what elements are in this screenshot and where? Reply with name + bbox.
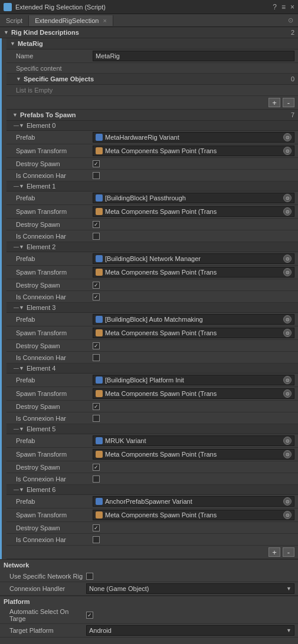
element-6-destroy-spawn-checkbox[interactable]: [93, 524, 100, 531]
prefabs-to-spawn-header[interactable]: ▼ Prefabs To Spawn 7: [6, 110, 298, 121]
element-3-spawn-circle-btn[interactable]: ⊙: [283, 329, 292, 337]
element-2-prefab-field[interactable]: [BuildingBlock] Network Manager ⊙: [93, 253, 294, 264]
element-6-spawn-transform-field[interactable]: Meta Components Spawn Point (Trans ⊙: [93, 510, 294, 520]
element-4-is-connexion-row: Is Connexion Har: [6, 412, 298, 424]
element-4-prefab-circle-btn[interactable]: ⊙: [283, 376, 292, 384]
element-0-is-connexion-row: Is Connexion Har: [6, 170, 298, 181]
element-4-spawn-transform-field[interactable]: Meta Components Spawn Point (Trans ⊙: [93, 388, 294, 399]
element-0-prefab-field[interactable]: MetaHardwareRig Variant ⊙: [93, 132, 294, 143]
element-2-spawn-circle-btn[interactable]: ⊙: [283, 268, 292, 276]
element-2-spawn-transform-icon: [96, 269, 103, 276]
prefabs-add-remove-bar: + -: [6, 546, 298, 559]
element-3-prefab-field[interactable]: [BuildingBlock] Auto Matchmaking ⊙: [93, 314, 294, 325]
prefabs-remove-button[interactable]: -: [283, 547, 294, 557]
element-6-spawn-circle-btn[interactable]: ⊙: [283, 511, 292, 519]
element-3-spawn-transform-row: Spawn Transform Meta Components Spawn Po…: [6, 326, 298, 340]
tab-script[interactable]: Script: [0, 15, 29, 26]
element-1-prefab-field[interactable]: [BuildingBlock] Passthrough ⊙: [93, 193, 294, 203]
element-5-prefab-field[interactable]: MRUK Variant ⊙: [93, 435, 294, 446]
element-5-prefab-circle-btn[interactable]: ⊙: [283, 437, 292, 445]
element-6-spawn-transform-icon: [96, 511, 103, 518]
element-4-destroy-spawn-checkbox[interactable]: [93, 403, 100, 410]
specific-game-objects-header[interactable]: ▼ Specific Game Objects 0: [6, 74, 298, 85]
element-3-spawn-transform-field[interactable]: Meta Components Spawn Point (Trans ⊙: [93, 328, 294, 338]
title-bar: Extended Rig Selection (Script) ? ≡ ×: [0, 0, 298, 14]
element-3-destroy-spawn-checkbox[interactable]: [93, 342, 100, 349]
element-0-destroy-spawn-checkbox[interactable]: [93, 160, 100, 167]
element-4-spawn-circle-btn[interactable]: ⊙: [283, 389, 292, 398]
element-4-prefab-label: Prefab: [16, 377, 93, 384]
tab-extended-rig-selection[interactable]: ExtendedRigSelection ×: [29, 15, 113, 26]
element-2: —▼Element 2 Prefab [BuildingBlock] Netwo…: [6, 242, 298, 303]
element-1-destroy-spawn-checkbox[interactable]: [93, 221, 100, 228]
prefabs-add-button[interactable]: +: [268, 547, 280, 557]
element-5-spawn-transform-field[interactable]: Meta Components Spawn Point (Trans ⊙: [93, 449, 294, 460]
name-input[interactable]: [93, 51, 294, 61]
element-4-header[interactable]: —▼Element 4: [6, 364, 298, 374]
tab-bar: Script ExtendedRigSelection × ⊙: [0, 14, 298, 27]
name-field-row: Name: [6, 49, 298, 63]
element-1-header[interactable]: —▼Element 1: [6, 181, 298, 191]
target-platform-dropdown[interactable]: Android ▼: [86, 625, 294, 636]
element-5-destroy-spawn-checkbox[interactable]: [93, 464, 100, 471]
element-6-is-connexion-label: Is Connexion Har: [16, 536, 93, 543]
tab-close-icon[interactable]: ×: [103, 17, 106, 24]
element-0-spawn-circle-btn[interactable]: ⊙: [283, 147, 292, 155]
element-2-is-connexion-checkbox[interactable]: [93, 293, 100, 300]
element-1-destroy-spawn-row: Destroy Spawn: [6, 219, 298, 230]
element-4-spawn-transform-label: Spawn Transform: [16, 390, 93, 397]
element-1-is-connexion-checkbox[interactable]: [93, 233, 100, 240]
use-specific-network-rig-checkbox[interactable]: [86, 573, 93, 580]
element-0-header[interactable]: —▼Element 0: [6, 121, 298, 131]
element-4-prefab-field[interactable]: [BuildingBlock] Platform Init ⊙: [93, 375, 294, 385]
specific-go-add-button[interactable]: +: [268, 98, 280, 107]
element-1-spawn-transform-label: Spawn Transform: [16, 208, 93, 215]
element-5-is-connexion-row: Is Connexion Har: [6, 473, 298, 485]
element-1-spawn-transform-icon: [96, 208, 103, 215]
element-1-spawn-circle-btn[interactable]: ⊙: [283, 207, 292, 216]
element-4-prefab-row: Prefab [BuildingBlock] Platform Init ⊙: [6, 374, 298, 387]
element-6-spawn-transform-row: Spawn Transform Meta Components Spawn Po…: [6, 508, 298, 522]
element-5-is-connexion-checkbox[interactable]: [93, 475, 100, 483]
element-6-prefab-circle-btn[interactable]: ⊙: [283, 497, 292, 506]
element-3-is-connexion-checkbox[interactable]: [93, 354, 100, 361]
help-icon[interactable]: ?: [273, 3, 277, 11]
use-specific-network-rig-row: Use Specific Network Rig: [0, 570, 298, 582]
element-6-header[interactable]: —▼Element 6: [6, 485, 298, 495]
element-2-spawn-transform-row: Spawn Transform Meta Components Spawn Po…: [6, 266, 298, 279]
element-0-spawn-transform-field[interactable]: Meta Components Spawn Point (Trans ⊙: [93, 146, 294, 156]
automatic-select-checkbox[interactable]: [86, 612, 93, 619]
element-6-prefab-field[interactable]: AnchorPrefabSpawner Variant ⊙: [93, 496, 294, 507]
element-2-destroy-spawn-checkbox[interactable]: [93, 282, 100, 289]
element-2-header[interactable]: —▼Element 2: [6, 242, 298, 252]
rig-kind-descriptions-header[interactable]: ▼ Rig Kind Descriptions 2: [0, 27, 298, 38]
element-4-is-connexion-checkbox[interactable]: [93, 415, 100, 422]
element-6-is-connexion-checkbox[interactable]: [93, 536, 100, 543]
platform-label: Platform: [0, 596, 298, 607]
element-3-is-connexion-label: Is Connexion Har: [16, 354, 93, 361]
specific-go-remove-button[interactable]: -: [283, 98, 294, 107]
element-2-destroy-spawn-row: Destroy Spawn: [6, 279, 298, 291]
element-0-is-connexion-checkbox[interactable]: [93, 172, 100, 179]
element-4-spawn-transform-value: Meta Components Spawn Point (Trans: [105, 390, 281, 397]
element-5-header[interactable]: —▼Element 5: [6, 424, 298, 434]
element-0-prefab-circle-btn[interactable]: ⊙: [283, 133, 292, 141]
close-icon[interactable]: ×: [290, 3, 294, 11]
target-platform-arrow-icon: ▼: [286, 628, 292, 633]
element-0-destroy-spawn-label: Destroy Spawn: [16, 160, 93, 167]
element-5-spawn-circle-btn[interactable]: ⊙: [283, 450, 292, 458]
element-3-spawn-transform-value: Meta Components Spawn Point (Trans: [105, 329, 281, 336]
meta-rig-header[interactable]: ▼ MetaRig: [6, 38, 298, 49]
network-label: Network: [0, 560, 298, 570]
element-3-prefab-circle-btn[interactable]: ⊙: [283, 315, 292, 323]
element-5-spawn-transform-row: Spawn Transform Meta Components Spawn Po…: [6, 448, 298, 461]
element-3-header[interactable]: —▼Element 3: [6, 303, 298, 313]
element-1-spawn-transform-field[interactable]: Meta Components Spawn Point (Trans ⊙: [93, 206, 294, 217]
element-2-destroy-spawn-label: Destroy Spawn: [16, 282, 93, 289]
element-2-spawn-transform-field[interactable]: Meta Components Spawn Point (Trans ⊙: [93, 267, 294, 278]
menu-icon[interactable]: ≡: [281, 3, 286, 11]
element-6-spawn-transform-value: Meta Components Spawn Point (Trans: [105, 511, 281, 518]
element-1-prefab-circle-btn[interactable]: ⊙: [283, 194, 292, 202]
connexion-handler-dropdown[interactable]: None (Game Object) ▼: [86, 583, 294, 594]
element-2-prefab-circle-btn[interactable]: ⊙: [283, 255, 292, 263]
